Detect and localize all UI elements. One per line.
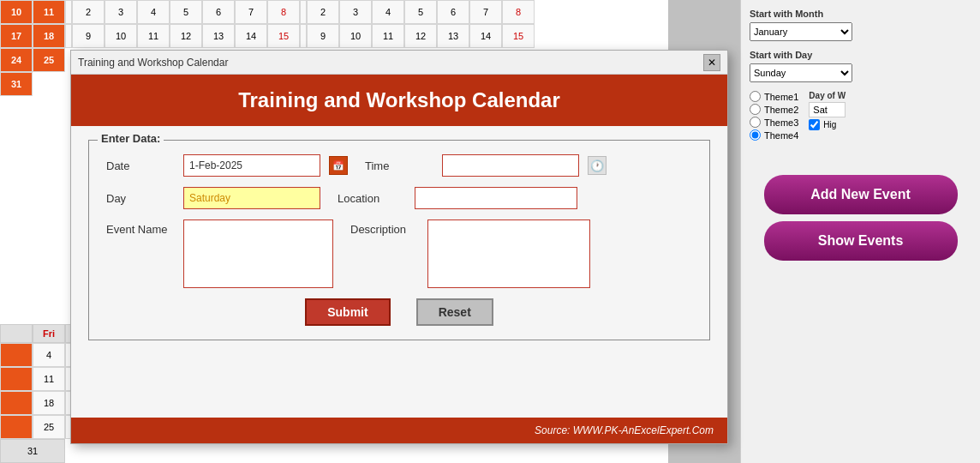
theme1-radio-item[interactable]: Theme1 (750, 91, 798, 102)
start-day-section: Start with Day Sunday Monday (750, 50, 971, 82)
start-day-label: Start with Day (750, 50, 971, 60)
cal-cell: 5 (170, 0, 202, 24)
cal-cell: 6 (202, 0, 235, 24)
modal-close-button[interactable]: ✕ (703, 54, 720, 71)
cal-cell-sat: 8 (267, 0, 300, 24)
day-group: Day (106, 187, 320, 209)
cal-cell: 18 (33, 391, 65, 415)
footer-source-text: Source: WWW.PK-AnExcelExpert.Com (535, 424, 714, 436)
cal-cell: 4 (137, 0, 170, 24)
event-name-textarea[interactable] (183, 219, 333, 288)
start-month-select[interactable]: January February (750, 22, 852, 41)
start-day-select[interactable]: Sunday Monday (750, 63, 852, 82)
reset-button[interactable]: Reset (416, 298, 493, 326)
cal-cell-31: 31 (0, 439, 65, 463)
clock-icon[interactable]: 🕐 (588, 156, 607, 175)
cal-cell (0, 367, 33, 391)
cal-cell-sat: 8 (502, 0, 535, 24)
cal-cell: 12 (404, 24, 437, 48)
cal-cell: 14 (469, 24, 502, 48)
enter-data-legend: Enter Data: (98, 132, 164, 145)
cal-cell-sat: 15 (502, 24, 535, 48)
time-group: Time 🕐 (365, 154, 607, 177)
cal-cell (0, 343, 33, 367)
cal-cell: 3 (339, 0, 372, 24)
form-row-day-location: Day Location (106, 187, 692, 209)
form-buttons: Submit Reset (106, 298, 692, 326)
modal-header: Training and Workshop Calendar (71, 75, 727, 126)
form-row-event-description: Event Name Description (106, 219, 692, 288)
settings-panel: Start with Month January February Start … (740, 0, 980, 463)
highlight-checkbox[interactable] (809, 119, 820, 130)
highlight-checkbox-item[interactable]: Hig (809, 119, 846, 130)
start-month-label: Start with Month (750, 9, 971, 19)
theme4-radio-item[interactable]: Theme4 (750, 129, 798, 141)
cal-cell: 10 (339, 24, 372, 48)
location-label: Location (338, 192, 406, 205)
location-group: Location (338, 187, 577, 209)
cal-cell: 4 (33, 343, 65, 367)
cal-cell: 7 (235, 0, 267, 24)
cal-cell: 31 (0, 72, 33, 96)
highlight-label: Hig (823, 120, 836, 129)
cal-cell: 18 (33, 24, 65, 48)
theme2-radio[interactable] (750, 104, 761, 115)
location-input[interactable] (415, 187, 577, 209)
cal-cell: 7 (469, 0, 502, 24)
theme2-label: Theme2 (764, 105, 798, 115)
cal-cell: 11 (33, 367, 65, 391)
modal-body: Enter Data: Date 📅 Time 🕐 Day (71, 126, 727, 354)
start-month-section: Start with Month January February (750, 9, 971, 41)
cal-cell (0, 415, 33, 439)
cal-cell: 2 (307, 0, 339, 24)
theme2-radio-item[interactable]: Theme2 (750, 104, 798, 115)
cal-cell: 6 (437, 0, 469, 24)
date-label: Date (106, 159, 175, 172)
theme4-label: Theme4 (764, 130, 798, 141)
cal-cell: 11 (372, 24, 404, 48)
event-name-label: Event Name (106, 219, 175, 236)
cal-cell: 10 (105, 24, 137, 48)
modal-window: Training and Workshop Calendar ✕ Trainin… (70, 50, 728, 444)
day-of-week-value: Sat (809, 102, 846, 117)
cal-cell (0, 391, 33, 415)
cal-spacer (300, 0, 307, 24)
col-header (0, 324, 33, 343)
theme1-radio[interactable] (750, 91, 761, 102)
day-input[interactable] (183, 187, 320, 209)
date-input[interactable] (183, 154, 320, 177)
cal-cell: 14 (235, 24, 267, 48)
cal-cell: 3 (105, 0, 137, 24)
time-label: Time (365, 159, 433, 172)
cal-cell: 25 (33, 415, 65, 439)
event-name-group: Event Name (106, 219, 333, 288)
theme3-radio[interactable] (750, 117, 761, 128)
cal-cell: 9 (307, 24, 339, 48)
theme4-radio[interactable] (750, 129, 761, 141)
description-label: Description (350, 219, 419, 236)
theme3-radio-item[interactable]: Theme3 (750, 117, 798, 128)
submit-button[interactable]: Submit (305, 298, 390, 326)
col-header-fri: Fri (33, 324, 65, 343)
calendar-icon[interactable]: 📅 (329, 156, 348, 175)
time-input[interactable] (442, 154, 579, 177)
description-textarea[interactable] (427, 219, 590, 288)
cal-cell: 4 (372, 0, 404, 24)
cal-cell: 25 (33, 48, 65, 72)
cal-cell: 9 (72, 24, 105, 48)
cal-spacer (65, 24, 72, 48)
cal-cell: 12 (170, 24, 202, 48)
cal-cell: 24 (0, 48, 33, 72)
modal-header-title: Training and Workshop Calendar (238, 88, 560, 112)
enter-data-box: Enter Data: Date 📅 Time 🕐 Day (88, 140, 710, 340)
day-label: Day (106, 192, 175, 205)
modal-title-text: Training and Workshop Calendar (78, 57, 228, 69)
theme3-label: Theme3 (764, 117, 798, 128)
cal-cell-sat: 15 (267, 24, 300, 48)
add-event-button[interactable]: Add New Event (764, 175, 958, 214)
cal-cell: 13 (437, 24, 469, 48)
cal-cell: 2 (72, 0, 105, 24)
show-events-button[interactable]: Show Events (764, 221, 958, 261)
cal-cell: 5 (404, 0, 437, 24)
cal-cell: 10 (0, 0, 33, 24)
